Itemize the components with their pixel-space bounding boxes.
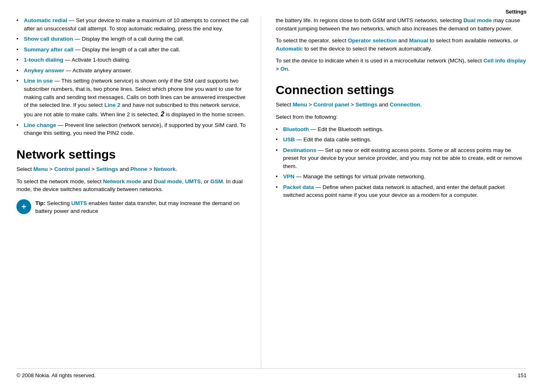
term-bluetooth: Bluetooth: [283, 126, 309, 132]
term-summary-after-call: Summary after call: [24, 46, 74, 53]
list-item: USB — Edit the data cable settings.: [276, 136, 527, 144]
nav-and: and: [118, 166, 131, 172]
list-item: Line change — Prevent line selection (ne…: [16, 121, 248, 137]
page-footer: © 2008 Nokia. All rights reserved. 151: [16, 368, 527, 380]
page: Settings Automatic redial — Set your dev…: [0, 0, 543, 392]
connection-nav-path: Select Menu > Control panel > Settings a…: [276, 101, 527, 109]
chapter-title: Settings: [506, 9, 527, 15]
term-show-call-duration: Show call duration: [24, 36, 73, 42]
text-summary-after-call: — Display the length of a call after the…: [75, 46, 180, 53]
list-item: Automatic redial — Set your device to ma…: [16, 16, 248, 32]
term-line-2: Line 2: [104, 102, 120, 108]
operator-para: To select the operator, select Operator …: [276, 37, 527, 53]
network-settings-heading: Network settings: [16, 147, 248, 162]
connection-settings-list: Bluetooth — Edit the Bluetooth settings.…: [276, 125, 527, 200]
list-item: Summary after call — Display the length …: [16, 46, 248, 54]
nav-menu: Menu: [33, 166, 48, 172]
conn-nav-connection: Connection: [390, 101, 420, 108]
nav-period: .: [176, 166, 177, 172]
cell-info-para: To set the device to indicate when it is…: [276, 57, 527, 73]
nav-settings: Settings: [96, 166, 118, 172]
list-item: 1-touch dialing — Activate 1-touch diali…: [16, 56, 248, 64]
term-gsm: GSM: [210, 178, 223, 184]
term-umts: UMTS: [185, 178, 200, 184]
term-vpn: VPN: [283, 173, 295, 180]
conn-nav-control-panel: Control panel: [313, 101, 349, 108]
tip-label: Tip:: [35, 200, 46, 206]
term-1-touch: 1-touch dialing: [24, 57, 63, 63]
text-bluetooth: — Edit the Bluetooth settings.: [311, 126, 384, 132]
text-usb: — Edit the data cable settings.: [296, 136, 371, 143]
battery-continuation: the battery life. In regions close to bo…: [276, 16, 527, 32]
text-vpn: — Manage the settings for virtual privat…: [296, 173, 426, 180]
nav-control-panel: Control panel: [54, 166, 90, 172]
call-settings-list: Automatic redial — Set your device to ma…: [16, 16, 248, 137]
conn-nav-settings: Settings: [355, 101, 377, 108]
list-item: Packet data — Define when packet data ne…: [276, 183, 527, 199]
text-line-change: — Prevent line selection (network servic…: [24, 122, 246, 136]
term-automatic: Automatic: [276, 46, 303, 52]
conn-nav-menu: Menu: [292, 101, 307, 108]
nav-sep1: >: [48, 166, 54, 172]
nav-sep2: >: [90, 166, 96, 172]
term-packet-data: Packet data: [283, 184, 314, 190]
list-item: VPN — Manage the settings for virtual pr…: [276, 173, 527, 181]
conn-nav-sep1: >: [307, 101, 313, 108]
left-column: Automatic redial — Set your device to ma…: [16, 16, 261, 368]
tip-text: Tip: Selecting UMTS enables faster data …: [35, 199, 248, 215]
main-columns: Automatic redial — Set your device to ma…: [16, 16, 527, 368]
term-dual-mode-right: Dual mode: [463, 17, 492, 23]
list-item: Line in use — This setting (network serv…: [16, 77, 248, 118]
term-on: On: [281, 66, 288, 72]
connection-settings-heading: Connection settings: [276, 83, 527, 97]
conn-nav-sep2: >: [349, 101, 355, 108]
text-show-call-duration: — Display the length of a call during th…: [75, 36, 184, 42]
term-dual-mode: Dual mode: [154, 178, 182, 184]
term-cell-info: Cell info display: [483, 58, 526, 64]
text-packet-data: — Define when packet data network is att…: [283, 184, 505, 198]
conn-nav-period: .: [420, 101, 422, 108]
conn-nav-prefix: Select: [276, 101, 292, 108]
text-1-touch: — Activate 1-touch dialing.: [65, 57, 131, 63]
list-item: Bluetooth — Edit the Bluetooth settings.: [276, 125, 527, 134]
tip-box: + Tip: Selecting UMTS enables faster dat…: [16, 199, 248, 215]
conn-nav-and: and: [377, 101, 390, 108]
term-operator-selection: Operator selection: [348, 37, 397, 44]
nav-network: Network: [154, 166, 175, 172]
page-number: 151: [518, 372, 527, 380]
term-destinations: Destinations: [283, 147, 316, 153]
nav-prefix: Select: [16, 166, 33, 172]
copyright-text: © 2008 Nokia. All rights reserved.: [16, 372, 96, 380]
term-network-mode: Network mode: [103, 178, 141, 184]
term-usb: USB: [283, 136, 295, 143]
list-item: Show call duration — Display the length …: [16, 35, 248, 43]
term-line-change: Line change: [24, 122, 56, 128]
term-automatic-redial: Automatic redial: [24, 17, 67, 23]
term-line-in-use: Line in use: [24, 78, 53, 84]
list-item: Destinations — Set up new or edit existi…: [276, 146, 527, 171]
term-anykey: Anykey answer: [24, 67, 64, 74]
tip-icon: +: [16, 199, 31, 214]
list-item: Anykey answer — Activate anykey answer.: [16, 67, 248, 75]
select-from-text: Select from the following:: [276, 113, 527, 121]
right-column: the battery life. In regions close to bo…: [261, 16, 527, 368]
network-mode-para: To select the network mode, select Netwo…: [16, 178, 248, 194]
nav-phone: Phone: [131, 166, 147, 172]
text-anykey: — Activate anykey answer.: [66, 67, 132, 74]
network-nav-path: Select Menu > Control panel > Settings a…: [16, 165, 248, 173]
tip-umts: UMTS: [71, 200, 87, 206]
nav-sep3: >: [147, 166, 154, 172]
chapter-header: Settings: [506, 8, 527, 16]
text-destinations: — Set up new or edit existing access poi…: [283, 147, 522, 169]
term-manual: Manual: [409, 37, 428, 44]
